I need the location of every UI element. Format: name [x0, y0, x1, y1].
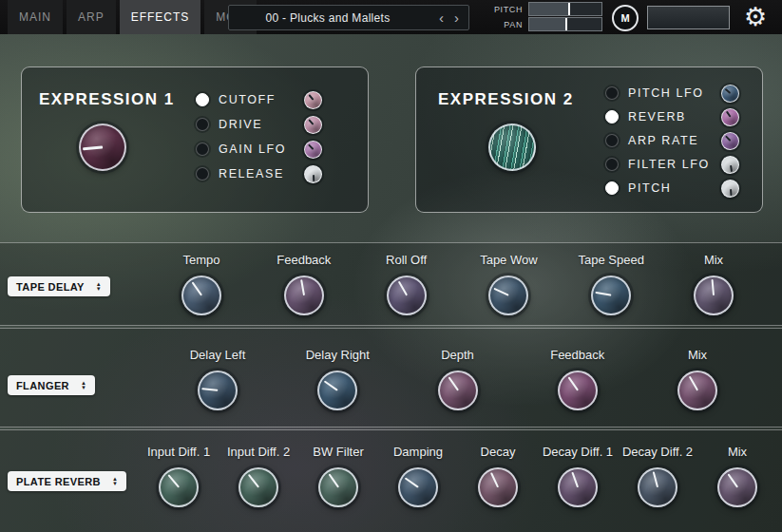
tab-effects[interactable]: EFFECTS — [120, 0, 201, 34]
knob-label: Feedback — [550, 348, 604, 363]
knob-pointer — [712, 279, 715, 295]
tab-main[interactable]: MAIN — [8, 0, 63, 34]
gain-lfo-knob[interactable] — [304, 141, 322, 159]
effect-type-select[interactable]: FLANGER ▲▼ — [8, 375, 95, 395]
expression-1-main-knob[interactable] — [79, 124, 126, 171]
option-label-pitch-lfo: PITCH LFO — [628, 86, 704, 100]
arrow-down-icon: ▼ — [81, 386, 86, 390]
expression-1-title: EXPRESSION 1 — [39, 90, 175, 109]
select-arrows-icon: ▲▼ — [81, 381, 86, 390]
effect-type-select[interactable]: TAPE DELAY ▲▼ — [8, 276, 110, 296]
pitch-pan-group: PITCH PAN — [485, 3, 602, 30]
tape-wow-knob[interactable] — [488, 276, 528, 315]
knob-pointer — [490, 472, 499, 487]
arp-rate-knob[interactable] — [721, 132, 739, 150]
knob-label: Feedback — [277, 253, 331, 268]
preset-prev-icon[interactable]: ‹ — [439, 6, 444, 29]
plugin-window: MAINARPEFFECTSMOD 00 - Plucks and Mallet… — [0, 0, 782, 532]
knob-unit-roll-off: Roll Off — [367, 253, 447, 315]
decay-diff-1-knob[interactable] — [558, 467, 598, 507]
radio-pitch-lfo[interactable] — [605, 86, 619, 100]
option-label-gain-lfo: GAIN LFO — [219, 142, 286, 156]
knob-unit-input-diff-2: Input Diff. 2 — [219, 445, 298, 507]
pitch-knob[interactable] — [721, 180, 739, 198]
knob-label: Decay — [481, 445, 516, 460]
decay-knob[interactable] — [478, 467, 518, 507]
settings-gear-icon[interactable]: ⚙ — [744, 1, 767, 33]
knob-unit-tempo: Tempo — [162, 253, 241, 315]
option-label-arp-rate: ARP RATE — [628, 134, 698, 147]
knob-pointer — [724, 87, 731, 93]
knob-pointer — [596, 292, 612, 296]
expression-option-row: PITCH LFO — [605, 84, 739, 103]
pan-slider[interactable] — [528, 17, 602, 31]
knob-pointer — [725, 135, 732, 142]
knob-pointer — [730, 164, 733, 172]
knob-pointer — [728, 474, 738, 488]
drive-knob[interactable] — [304, 116, 322, 134]
knob-pointer — [329, 474, 339, 488]
knob-pointer — [167, 475, 179, 488]
knob-pointer — [308, 143, 315, 150]
knob-pointer — [83, 146, 103, 150]
tab-arp[interactable]: ARP — [67, 0, 116, 34]
knob-label: Mix — [688, 348, 707, 363]
radio-release[interactable] — [196, 167, 209, 180]
mix-knob[interactable] — [694, 276, 734, 315]
mix-knob[interactable] — [677, 370, 717, 410]
depth-knob[interactable] — [438, 370, 478, 410]
pitch-slider-marker — [568, 3, 570, 15]
knob-label: Input Diff. 2 — [227, 445, 290, 460]
radio-cutoff[interactable] — [196, 93, 209, 106]
effect-row-plate-reverb: PLATE REVERB ▲▼ Input Diff. 1Input Diff.… — [0, 429, 782, 532]
preset-selector[interactable]: 00 - Plucks and Mallets ‹ › — [228, 5, 469, 30]
radio-arp-rate[interactable] — [605, 134, 619, 147]
knob-label: Tape Speed — [578, 253, 643, 268]
preset-next-icon[interactable]: › — [454, 6, 459, 29]
preset-name: 00 - Plucks and Mallets — [229, 11, 427, 25]
knob-pointer — [308, 94, 314, 101]
filter-lfo-knob[interactable] — [721, 156, 739, 174]
feedback-knob[interactable] — [284, 276, 324, 315]
volume-slider[interactable] — [647, 6, 730, 29]
mono-button[interactable]: M — [612, 5, 639, 31]
reverb-knob[interactable] — [721, 108, 739, 126]
mix-knob[interactable] — [717, 467, 757, 507]
tape-speed-knob[interactable] — [591, 276, 631, 315]
knob-pointer — [730, 188, 733, 196]
radio-filter-lfo[interactable] — [605, 158, 619, 171]
tempo-knob[interactable] — [181, 276, 221, 315]
input-diff-1-knob[interactable] — [159, 467, 199, 507]
release-knob[interactable] — [304, 165, 322, 183]
knob-pointer — [725, 110, 731, 117]
pitch-lfo-knob[interactable] — [721, 85, 739, 103]
expression-option-row: RELEASE — [196, 164, 322, 183]
expression-option-row: CUTOFF — [196, 90, 322, 109]
bw-filter-knob[interactable] — [318, 467, 358, 507]
cutoff-knob[interactable] — [304, 91, 322, 109]
radio-pitch[interactable] — [605, 181, 619, 195]
radio-reverb[interactable] — [605, 110, 619, 124]
delay-right-knob[interactable] — [317, 370, 357, 410]
knob-label: Tape Wow — [480, 253, 537, 268]
delay-left-knob[interactable] — [198, 370, 238, 410]
radio-drive[interactable] — [196, 118, 209, 131]
knob-unit-bw-filter: BW Filter — [298, 445, 378, 507]
input-diff-2-knob[interactable] — [238, 467, 278, 507]
expression-option-row: ARP RATE — [605, 131, 739, 150]
knob-pointer — [300, 279, 305, 295]
expression-2-main-knob[interactable] — [488, 124, 536, 171]
roll-off-knob[interactable] — [387, 276, 427, 315]
select-arrows-icon: ▲▼ — [96, 282, 102, 292]
feedback-knob[interactable] — [558, 370, 598, 410]
knob-unit-depth: Depth — [418, 348, 498, 410]
select-arrows-icon: ▲▼ — [112, 477, 118, 486]
knob-unit-tape-wow: Tape Wow — [468, 253, 548, 315]
radio-gain-lfo[interactable] — [196, 142, 209, 156]
decay-diff-2-knob[interactable] — [638, 467, 677, 507]
damping-knob[interactable] — [398, 467, 438, 507]
knob-pointer — [405, 478, 419, 488]
knob-pointer — [313, 174, 315, 181]
effect-type-select[interactable]: PLATE REVERB ▲▼ — [8, 471, 126, 491]
pitch-slider[interactable] — [528, 2, 602, 16]
